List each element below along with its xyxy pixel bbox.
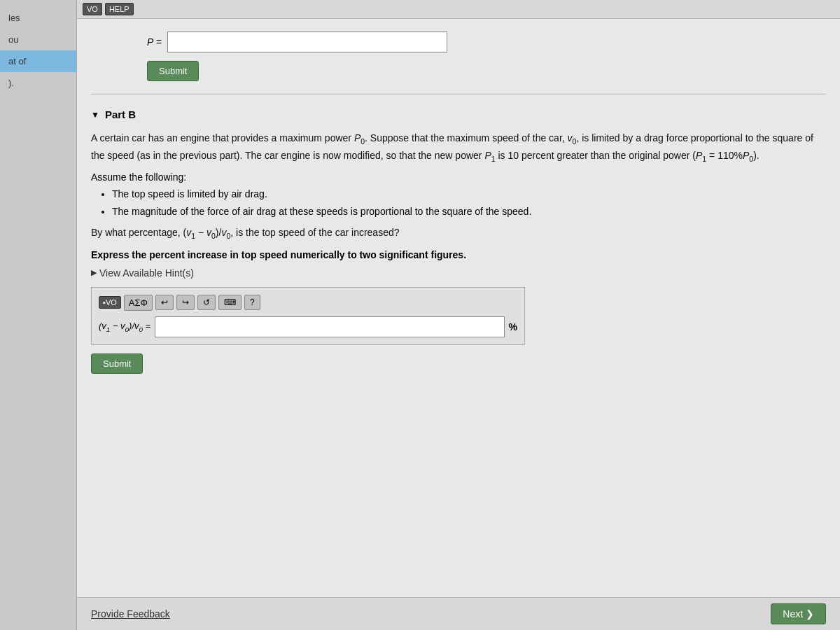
part-b-section: ▼ Part B A certain car has an engine tha…: [91, 108, 826, 374]
sidebar-item-dot: ).: [0, 72, 76, 94]
sidebar: les ou at of ).: [0, 0, 77, 630]
math-undo-button[interactable]: ↩: [155, 295, 174, 310]
toolbar: VO HELP: [77, 0, 840, 19]
assume-heading: Assume the following:: [91, 172, 826, 183]
part-a-input-area: P =: [147, 31, 826, 52]
part-a-input[interactable]: [167, 31, 447, 52]
percent-sign: %: [509, 321, 517, 332]
hint-arrow-icon: ▶: [91, 268, 97, 277]
help-toolbar-button[interactable]: HELP: [105, 3, 134, 15]
divider: [91, 94, 826, 94]
hint-link[interactable]: ▶ View Available Hint(s): [91, 267, 826, 279]
math-aso-button[interactable]: ΑΣΦ: [124, 295, 153, 311]
next-button[interactable]: Next ❯: [771, 603, 826, 624]
part-b-header: ▼ Part B: [91, 108, 826, 120]
math-refresh-button[interactable]: ↺: [197, 295, 216, 310]
bullet-item-2: The magnitude of the force of air drag a…: [112, 204, 826, 219]
part-b-submit-button[interactable]: Submit: [91, 354, 143, 374]
content-area: P = Submit ▼ Part B A certain car has an…: [77, 19, 840, 388]
main-content: VO HELP P = Submit ▼ Part B A certain ca…: [77, 0, 840, 630]
sidebar-item-at-of: at of: [0, 50, 76, 72]
math-toolbar: ▪VO ΑΣΦ ↩ ↪ ↺ ⌨: [99, 295, 517, 311]
bullet-item-1: The top speed is limited by air drag.: [112, 187, 826, 202]
math-keyboard-button[interactable]: ⌨: [218, 295, 241, 310]
part-a-submit-button[interactable]: Submit: [147, 61, 199, 81]
math-vo-button[interactable]: ▪VO: [99, 296, 121, 309]
math-redo-button[interactable]: ↪: [176, 295, 195, 310]
part-a-label: P =: [147, 36, 162, 48]
by-what-text: By what percentage, (v1 − v0)/v0, is the…: [91, 225, 826, 242]
answer-label: (v1 − v0)/v0 =: [99, 321, 150, 333]
emphasis-text: Express the percent increase in top spee…: [91, 249, 826, 260]
sidebar-item-ou: ou: [0, 29, 76, 50]
bottom-bar: Provide Feedback Next ❯: [77, 597, 840, 630]
bullet-list: The top speed is limited by air drag. Th…: [112, 187, 826, 219]
part-b-collapse-arrow[interactable]: ▼: [91, 110, 99, 120]
answer-box: ▪VO ΑΣΦ ↩ ↪ ↺ ⌨: [91, 287, 525, 345]
sidebar-item-les: les: [0, 7, 76, 29]
problem-text: A certain car has an engine that provide…: [91, 130, 826, 164]
provide-feedback-link[interactable]: Provide Feedback: [91, 608, 170, 620]
part-b-answer-input[interactable]: [155, 316, 504, 337]
part-b-title: Part B: [105, 108, 136, 120]
answer-row: (v1 − v0)/v0 = %: [99, 316, 517, 337]
math-help-button[interactable]: ?: [244, 295, 260, 310]
vo-toolbar-button[interactable]: VO: [83, 3, 102, 15]
